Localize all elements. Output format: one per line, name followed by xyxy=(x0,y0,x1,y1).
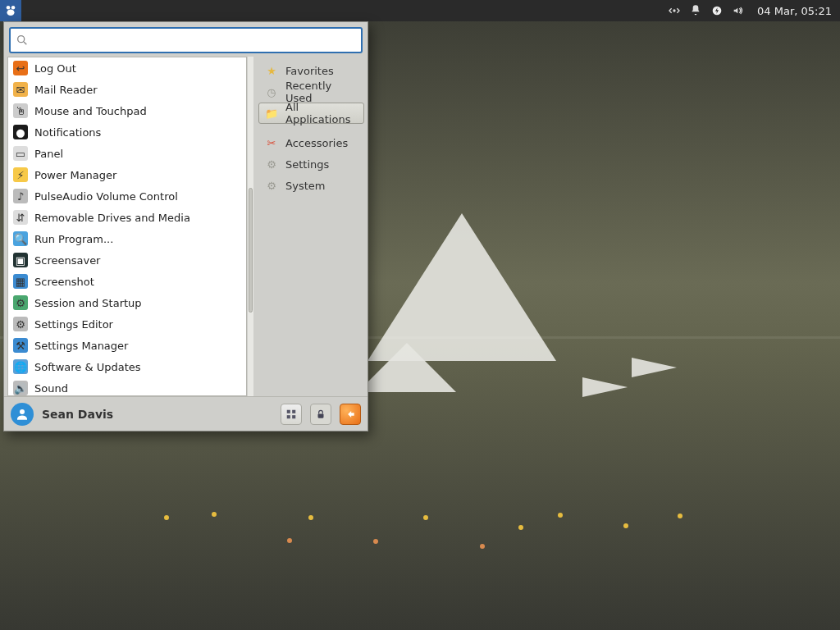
app-item[interactable]: ⚙Settings Editor xyxy=(8,313,246,335)
app-item-label: Screenshot xyxy=(34,276,94,288)
lock-screen-button[interactable] xyxy=(310,404,331,425)
wallpaper-shape xyxy=(368,213,556,361)
app-item[interactable]: 🔊Sound xyxy=(8,377,246,396)
app-list-scrollbar[interactable] xyxy=(247,57,253,396)
svg-point-5 xyxy=(18,36,25,43)
lock-icon xyxy=(315,409,326,420)
accessories-icon: ✂ xyxy=(264,135,279,150)
usb-icon: ⇵ xyxy=(13,210,28,225)
svg-rect-10 xyxy=(287,415,290,418)
screensaver-icon: ▣ xyxy=(13,253,28,267)
logout-button[interactable] xyxy=(340,404,361,425)
category-accessories[interactable]: ✂Accessories xyxy=(258,132,364,153)
app-item[interactable]: ▣Screensaver xyxy=(8,249,246,271)
svg-rect-11 xyxy=(292,415,295,418)
app-item[interactable]: ⚒Settings Manager xyxy=(8,335,246,356)
search-icon xyxy=(16,34,29,47)
app-item[interactable]: ♪PulseAudio Volume Control xyxy=(8,185,246,207)
category-system[interactable]: ⚙System xyxy=(258,175,364,196)
app-item[interactable]: ▭Panel xyxy=(8,143,246,164)
app-item-label: Mail Reader xyxy=(34,84,98,96)
app-item-label: Mouse and Touchpad xyxy=(34,105,147,117)
wallpaper-shape xyxy=(582,377,628,397)
app-item-label: PulseAudio Volume Control xyxy=(34,190,178,203)
bolt-icon: ⚡ xyxy=(13,167,28,182)
category-label: All Applications xyxy=(285,101,358,126)
tray-volume[interactable] xyxy=(728,0,749,21)
app-item[interactable]: 🔍Run Program... xyxy=(8,228,246,249)
mail-icon: ✉ xyxy=(13,82,28,97)
wallpaper-dot xyxy=(480,544,485,549)
category-label: Settings xyxy=(285,158,329,171)
app-item[interactable]: ⇵Removable Drives and Media xyxy=(8,207,246,228)
sound-icon: 🔊 xyxy=(13,381,28,395)
app-list[interactable]: ↩Log Out✉Mail Reader🖱Mouse and Touchpad●… xyxy=(7,57,247,396)
avatar[interactable] xyxy=(11,403,34,426)
app-item-label: Screensaver xyxy=(34,254,100,267)
wallpaper-shape xyxy=(358,343,456,392)
tray-power[interactable] xyxy=(706,0,728,21)
apps-icon: 📁 xyxy=(264,106,279,121)
logout-arrow-icon xyxy=(345,409,356,420)
svg-point-2 xyxy=(7,10,15,16)
session-icon: ⚙ xyxy=(13,295,28,310)
wallpaper-dot xyxy=(373,539,378,544)
search-input[interactable] xyxy=(34,34,356,47)
app-item-label: Removable Drives and Media xyxy=(34,212,190,224)
wallpaper-dot xyxy=(623,523,628,528)
svg-line-6 xyxy=(24,42,26,44)
category-separator xyxy=(258,124,364,132)
search-icon: 🔍 xyxy=(13,231,28,246)
app-item-label: Session and Startup xyxy=(34,297,142,309)
tray-network[interactable] xyxy=(664,0,685,21)
panel-clock[interactable]: 04 Mar, 05:21 xyxy=(749,5,840,17)
svg-point-7 xyxy=(20,409,25,414)
wallpaper-dot xyxy=(308,515,313,520)
app-item-label: Panel xyxy=(34,148,63,160)
whisker-menu: ↩Log Out✉Mail Reader🖱Mouse and Touchpad●… xyxy=(3,21,368,431)
app-item-label: Settings Editor xyxy=(34,318,113,331)
volctl-icon: ♪ xyxy=(13,189,28,203)
menu-footer: Sean Davis xyxy=(4,396,368,431)
wallpaper-dot xyxy=(558,513,563,518)
wallpaper-dot xyxy=(212,512,217,517)
svg-rect-12 xyxy=(318,413,324,418)
xfce-mouse-icon xyxy=(3,3,18,18)
tray-notifications[interactable] xyxy=(685,0,706,21)
volume-icon xyxy=(732,4,745,17)
category-all-applications[interactable]: 📁All Applications xyxy=(258,103,364,124)
user-name: Sean Davis xyxy=(42,408,113,421)
app-item-label: Sound xyxy=(34,382,68,395)
app-item[interactable]: ▦Screenshot xyxy=(8,271,246,292)
app-item-label: Power Manager xyxy=(34,169,116,181)
wallpaper-dot xyxy=(678,514,682,518)
category-label: Favorites xyxy=(285,65,334,77)
app-item-label: Log Out xyxy=(34,62,76,75)
lan-icon xyxy=(668,4,681,17)
wallpaper-dot xyxy=(518,525,523,530)
app-item[interactable]: ●Notifications xyxy=(8,121,246,143)
app-item-label: Settings Manager xyxy=(34,340,128,352)
app-item[interactable]: ⚡Power Manager xyxy=(8,164,246,185)
menu-search[interactable] xyxy=(9,27,363,53)
wallpaper-dot xyxy=(423,515,428,520)
app-item[interactable]: ✉Mail Reader xyxy=(8,79,246,100)
app-item[interactable]: ⚙Session and Startup xyxy=(8,292,246,313)
category-settings[interactable]: ⚙Settings xyxy=(258,153,364,175)
svg-point-1 xyxy=(11,6,16,10)
app-item-label: Software & Updates xyxy=(34,361,141,373)
star-icon: ★ xyxy=(264,63,279,78)
svg-point-3 xyxy=(673,10,675,11)
globe-icon: 🌐 xyxy=(13,359,28,374)
app-item[interactable]: 🖱Mouse and Touchpad xyxy=(8,100,246,121)
all-settings-button[interactable] xyxy=(281,404,302,425)
wallpaper-dot xyxy=(287,538,292,543)
user-icon xyxy=(15,407,30,422)
app-item[interactable]: ↩Log Out xyxy=(8,57,246,79)
app-item[interactable]: 🌐Software & Updates xyxy=(8,356,246,377)
app-item-label: Run Program... xyxy=(34,233,113,245)
category-recently-used[interactable]: ◷Recently Used xyxy=(258,81,364,103)
settings-icon: ⚒ xyxy=(13,338,28,353)
category-favorites[interactable]: ★Favorites xyxy=(258,60,364,81)
start-menu-button[interactable] xyxy=(0,0,21,21)
